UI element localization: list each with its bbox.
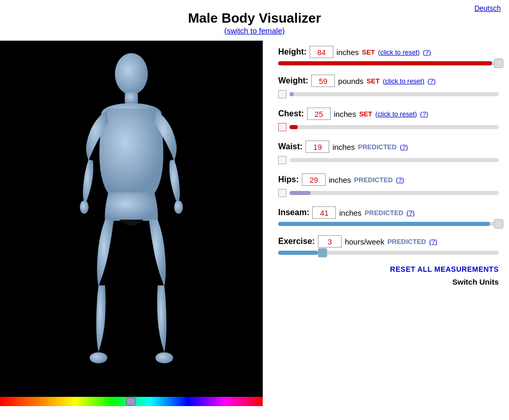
exercise-track[interactable] <box>278 251 499 255</box>
chest-fill <box>290 125 298 129</box>
hips-control: Hips: inches PREDICTED (?) <box>278 173 499 197</box>
inseam-unit: inches <box>339 208 361 217</box>
chest-slider[interactable] <box>278 123 499 131</box>
hips-fill <box>290 191 311 195</box>
hips-label: Hips: <box>278 175 299 184</box>
exercise-unit: hours/week <box>345 237 384 246</box>
weight-track[interactable] <box>290 92 499 96</box>
height-label: Height: <box>278 47 307 57</box>
body-figure <box>0 41 263 401</box>
waist-help-link[interactable]: (?) <box>400 143 408 151</box>
exercise-label: Exercise: <box>278 237 315 246</box>
exercise-input[interactable] <box>318 235 342 248</box>
inseam-predicted-label: PREDICTED <box>365 209 403 217</box>
svg-point-6 <box>156 352 173 363</box>
waist-predicted-label: PREDICTED <box>358 143 397 151</box>
weight-fill <box>290 92 294 96</box>
main-content: Height: inches SET (click to reset) (?) … <box>0 41 509 406</box>
svg-point-3 <box>80 201 89 214</box>
hips-help-link[interactable]: (?) <box>396 176 404 184</box>
waist-control: Waist: inches PREDICTED (?) <box>278 141 499 164</box>
switch-gender-link[interactable]: (switch to female) <box>224 26 285 35</box>
chest-thumb-box[interactable] <box>278 123 286 131</box>
inseam-track[interactable] <box>278 222 499 226</box>
exercise-predicted-label: PREDICTED <box>387 238 426 246</box>
waist-input[interactable] <box>306 141 329 153</box>
inseam-control: Inseam: inches PREDICTED (?) <box>278 206 499 226</box>
weight-control: Weight: pounds SET (click to reset) (?) <box>278 75 499 98</box>
chest-help-link[interactable]: (?) <box>420 110 428 118</box>
svg-point-4 <box>174 201 183 214</box>
height-slider[interactable] <box>278 61 499 65</box>
weight-reset-link[interactable]: (click to reset) <box>383 77 425 85</box>
chest-unit: inches <box>334 110 356 118</box>
inseam-thumb[interactable] <box>494 219 503 229</box>
height-track[interactable] <box>278 61 499 65</box>
hips-track[interactable] <box>290 191 499 195</box>
chest-set-label: SET <box>359 110 372 118</box>
height-help-link[interactable]: (?) <box>423 48 431 56</box>
exercise-control: Exercise: hours/week PREDICTED (?) <box>278 235 499 255</box>
weight-slider[interactable] <box>278 90 499 98</box>
inseam-help-link[interactable]: (?) <box>406 209 415 217</box>
inseam-slider[interactable] <box>278 222 499 226</box>
chest-track[interactable] <box>290 125 499 129</box>
height-input[interactable] <box>310 46 333 58</box>
chest-input[interactable] <box>307 108 331 120</box>
language-link[interactable]: Deutsch <box>474 4 501 12</box>
weight-input[interactable] <box>311 75 335 87</box>
inseam-fill <box>278 222 490 226</box>
waist-thumb-box[interactable] <box>278 156 286 164</box>
inseam-label: Inseam: <box>278 208 309 217</box>
page-title-section: Male Body Visualizer (switch to female) <box>0 0 509 36</box>
weight-unit: pounds <box>338 77 363 85</box>
weight-help-link[interactable]: (?) <box>428 77 436 85</box>
bottom-buttons: RESET ALL MEASUREMENTS Switch Units <box>278 265 499 286</box>
exercise-slider[interactable] <box>278 251 499 255</box>
waist-label: Waist: <box>278 142 302 151</box>
reset-all-button[interactable]: RESET ALL MEASUREMENTS <box>390 265 499 273</box>
height-reset-link[interactable]: (click to reset) <box>378 48 420 56</box>
chest-reset-link[interactable]: (click to reset) <box>375 110 417 118</box>
hips-thumb-box[interactable] <box>278 189 286 197</box>
waist-track[interactable] <box>290 158 499 162</box>
exercise-thumb[interactable] <box>318 248 327 257</box>
exercise-help-link[interactable]: (?) <box>429 238 437 246</box>
height-set-label: SET <box>362 48 375 56</box>
body-viewer <box>0 41 263 406</box>
hips-predicted-label: PREDICTED <box>354 176 393 184</box>
height-unit: inches <box>336 48 359 57</box>
hips-unit: inches <box>329 176 351 184</box>
svg-point-5 <box>90 352 107 363</box>
weight-set-label: SET <box>367 77 380 85</box>
color-bar[interactable] <box>0 397 263 406</box>
hips-input[interactable] <box>302 173 326 186</box>
hips-slider[interactable] <box>278 189 499 197</box>
height-fill <box>278 61 492 65</box>
svg-point-0 <box>115 53 148 95</box>
chest-control: Chest: inches SET (click to reset) (?) <box>278 108 499 131</box>
height-thumb[interactable] <box>494 59 503 68</box>
page-title: Male Body Visualizer <box>0 10 509 26</box>
switch-units-button[interactable]: Switch Units <box>452 277 499 286</box>
svg-rect-1 <box>125 92 138 104</box>
waist-unit: inches <box>332 143 354 151</box>
height-control: Height: inches SET (click to reset) (?) <box>278 46 499 65</box>
weight-label: Weight: <box>278 76 308 85</box>
body-svg <box>49 51 214 391</box>
inseam-input[interactable] <box>312 206 336 219</box>
weight-thumb-box[interactable] <box>278 90 286 98</box>
chest-label: Chest: <box>278 109 304 118</box>
waist-slider[interactable] <box>278 156 499 164</box>
controls-panel: Height: inches SET (click to reset) (?) … <box>263 41 509 406</box>
exercise-fill <box>278 251 318 255</box>
color-bar-thumb[interactable] <box>126 397 135 406</box>
